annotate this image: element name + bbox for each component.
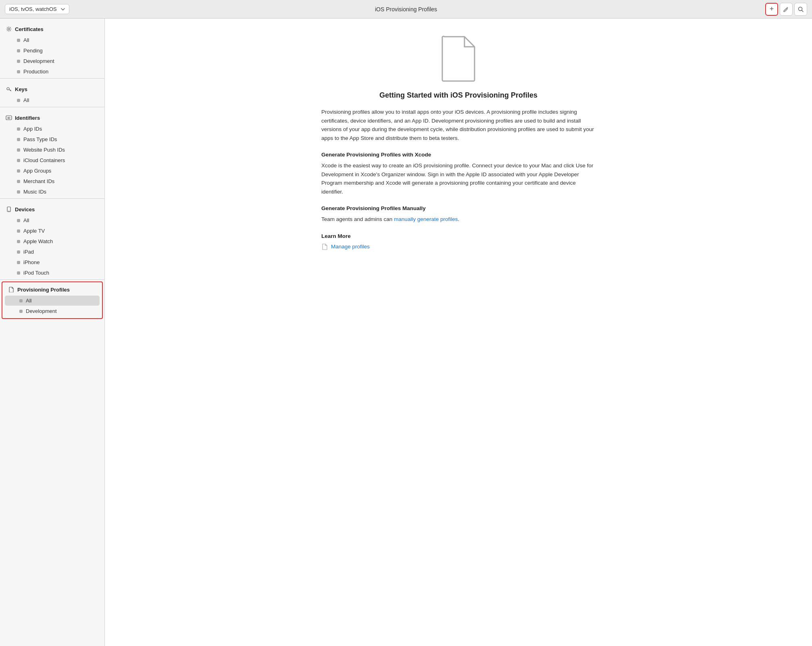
sidebar-item-label: Music IDs xyxy=(23,189,46,195)
sidebar-item-provisioning-all[interactable]: All xyxy=(5,296,100,306)
dot-icon xyxy=(17,138,20,141)
sidebar-item-label: All xyxy=(23,37,29,43)
sidebar-item-app-ids[interactable]: App IDs xyxy=(2,124,102,134)
key-icon xyxy=(6,86,12,92)
content-area: Getting Started with iOS Provisioning Pr… xyxy=(105,19,812,646)
sidebar-section-devices-header: Devices xyxy=(0,204,104,215)
content-section-learn-more: Learn More Manage profiles xyxy=(321,232,595,251)
sidebar-item-label: Development xyxy=(23,58,54,64)
manage-profiles-row: Manage profiles xyxy=(321,242,595,251)
divider xyxy=(0,78,104,79)
sidebar-item-certs-pending[interactable]: Pending xyxy=(2,46,102,56)
devices-label: Devices xyxy=(15,206,35,213)
sidebar-item-label: Apple TV xyxy=(23,228,45,234)
sidebar-item-label: iCloud Containers xyxy=(23,157,65,163)
top-bar: iOS, tvOS, watchOS iOS Provisioning Prof… xyxy=(0,0,812,19)
platform-selector-text: iOS, tvOS, watchOS xyxy=(9,6,57,12)
sidebar-item-label: iPhone xyxy=(23,259,40,265)
edit-button[interactable] xyxy=(780,3,793,16)
edit-icon xyxy=(783,6,789,13)
add-button[interactable]: + xyxy=(765,3,778,16)
sidebar-item-pass-type-ids[interactable]: Pass Type IDs xyxy=(2,134,102,144)
content-section-xcode: Generate Provisioning Profiles with Xcod… xyxy=(321,150,595,196)
dot-icon xyxy=(17,99,20,102)
sidebar-item-provisioning-development[interactable]: Development xyxy=(5,306,100,316)
sidebar-item-ipod-touch[interactable]: iPod Touch xyxy=(2,268,102,278)
sidebar-item-label: iPad xyxy=(23,249,34,255)
search-button[interactable] xyxy=(794,3,807,16)
app-container: iOS, tvOS, watchOS iOS Provisioning Prof… xyxy=(0,0,812,646)
dot-icon xyxy=(17,159,20,162)
id-icon: ID xyxy=(6,115,12,121)
content-intro: Provisioning profiles allow you to insta… xyxy=(321,108,595,142)
sidebar-item-label: All xyxy=(23,217,29,223)
divider xyxy=(0,107,104,107)
sidebar-item-label: Merchant IDs xyxy=(23,178,54,184)
dot-icon xyxy=(17,60,20,63)
sidebar-section-identifiers-header: ID Identifiers xyxy=(0,112,104,123)
sidebar-section-certificates-header: Certificates xyxy=(0,23,104,35)
sidebar-item-certs-development[interactable]: Development xyxy=(2,56,102,66)
sidebar-section-provisioning-header: Provisioning Profiles xyxy=(2,284,102,295)
sidebar-item-devices-all[interactable]: All xyxy=(2,215,102,225)
top-bar-left: iOS, tvOS, watchOS xyxy=(5,4,69,14)
dot-icon xyxy=(17,70,20,73)
sidebar-section-certificates: Certificates All Pending Development Pro… xyxy=(0,23,104,79)
dot-icon xyxy=(17,250,20,254)
divider xyxy=(0,279,104,280)
sidebar-item-website-push-ids[interactable]: Website Push IDs xyxy=(2,145,102,155)
sidebar-item-label: Development xyxy=(26,308,57,314)
certificates-label: Certificates xyxy=(15,26,44,32)
add-icon: + xyxy=(770,5,774,13)
section1-text: Xcode is the easiest way to create an iO… xyxy=(321,161,595,196)
sidebar-item-label: Pass Type IDs xyxy=(23,136,57,142)
sidebar-item-apple-watch[interactable]: Apple Watch xyxy=(2,236,102,246)
svg-line-1 xyxy=(802,10,804,12)
dot-icon xyxy=(17,240,20,243)
dot-icon xyxy=(17,49,20,52)
platform-selector[interactable]: iOS, tvOS, watchOS xyxy=(5,4,69,14)
sidebar-item-keys-all[interactable]: All xyxy=(2,95,102,105)
sidebar-item-ipad[interactable]: iPad xyxy=(2,247,102,257)
sidebar-item-iphone[interactable]: iPhone xyxy=(2,257,102,267)
sidebar-item-label: Production xyxy=(23,69,48,75)
sidebar-item-music-ids[interactable]: Music IDs xyxy=(2,187,102,197)
dot-icon xyxy=(19,299,23,302)
sidebar-section-devices: Devices All Apple TV Apple Watch iPad xyxy=(0,204,104,280)
dot-icon xyxy=(17,271,20,275)
sidebar-item-certs-all[interactable]: All xyxy=(2,35,102,45)
sidebar-item-icloud-containers[interactable]: iCloud Containers xyxy=(2,155,102,165)
intro-text: Provisioning profiles allow you to insta… xyxy=(321,108,595,142)
dot-icon xyxy=(17,39,20,42)
main-layout: Certificates All Pending Development Pro… xyxy=(0,19,812,646)
section2-text: Team agents and admins can manually gene… xyxy=(321,215,595,224)
sidebar-item-label: Apple Watch xyxy=(23,238,53,244)
sidebar-item-label: Pending xyxy=(23,48,43,54)
identifiers-label: Identifiers xyxy=(15,115,40,121)
content-title: Getting Started with iOS Provisioning Pr… xyxy=(129,91,788,100)
sidebar-item-certs-production[interactable]: Production xyxy=(2,67,102,77)
sidebar-item-merchant-ids[interactable]: Merchant IDs xyxy=(2,176,102,186)
dot-icon xyxy=(17,229,20,233)
search-icon xyxy=(797,6,804,13)
divider xyxy=(0,198,104,199)
keys-label: Keys xyxy=(15,86,27,92)
sidebar-item-label: All xyxy=(23,97,29,103)
dot-icon xyxy=(17,261,20,264)
page-title: iOS Provisioning Profiles xyxy=(375,6,437,13)
manage-profiles-link[interactable]: Manage profiles xyxy=(331,242,370,251)
svg-text:ID: ID xyxy=(8,117,10,119)
sidebar-item-app-groups[interactable]: App Groups xyxy=(2,166,102,176)
dot-icon xyxy=(17,169,20,173)
svg-point-2 xyxy=(8,28,10,30)
sidebar-item-apple-tv[interactable]: Apple TV xyxy=(2,226,102,236)
manually-generate-link[interactable]: manually generate profiles xyxy=(394,216,458,222)
top-bar-right: + xyxy=(765,3,807,16)
section2-pre-text: Team agents and admins can xyxy=(321,216,394,222)
section2-post-text: . xyxy=(458,216,459,222)
dot-icon xyxy=(19,310,23,313)
provisioning-label: Provisioning Profiles xyxy=(17,287,70,293)
dot-icon xyxy=(17,127,20,131)
section2-title: Generate Provisioning Profiles Manually xyxy=(321,204,595,213)
sidebar-section-keys-header: Keys xyxy=(0,83,104,95)
